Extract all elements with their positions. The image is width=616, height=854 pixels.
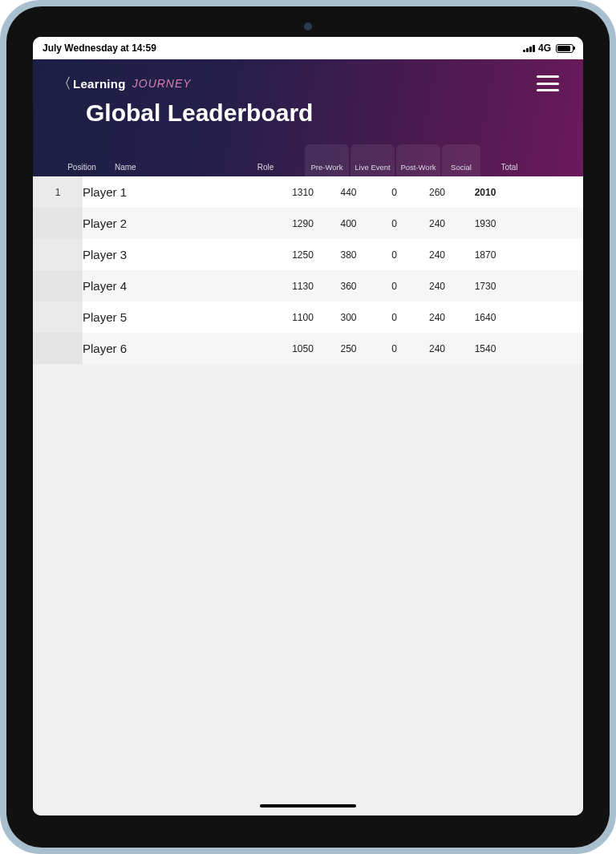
cell-position [33,239,83,270]
status-bar: July Wednesday at 14:59 4G [33,37,583,59]
cell-position [33,302,83,333]
menu-button[interactable] [537,75,559,91]
cell-position: 1 [33,176,83,208]
col-position[interactable]: Position [57,163,107,176]
status-right: 4G [523,42,573,54]
back-chevron-icon[interactable]: 〈 [57,74,71,93]
cell-liveevent: 250 [326,343,371,354]
cell-postwork: 0 [371,343,417,354]
ipad-bezel: July Wednesday at 14:59 4G 〈 Learnin [6,6,610,848]
network-label: 4G [538,42,551,54]
hamburger-icon [537,75,559,78]
cell-name: Player 6 [83,342,203,355]
cell-position [33,270,83,302]
brand-journey: JOURNEY [132,77,192,90]
cell-social: 240 [417,249,457,261]
ipad-frame: July Wednesday at 14:59 4G 〈 Learnin [0,0,616,854]
status-datetime: July Wednesday at 14:59 [43,42,156,54]
home-indicator[interactable] [260,804,356,807]
cell-name: Player 4 [83,279,203,293]
cell-postwork: 0 [371,281,417,292]
cell-total: 2010 [457,187,513,198]
brand[interactable]: 〈 Learning JOURNEY [57,74,192,93]
cell-prework: 1310 [280,187,326,198]
cell-liveevent: 400 [326,218,371,229]
cell-postwork: 0 [371,312,417,323]
cell-prework: 1250 [280,249,326,261]
cell-total: 1930 [457,218,513,229]
signal-icon [523,44,535,52]
cell-prework: 1290 [280,218,326,229]
table-row[interactable]: Player 6105025002401540 [33,333,583,364]
col-liveevent[interactable]: Live Event [351,144,395,176]
cell-liveevent: 360 [326,281,371,292]
table-header-row: Position Name Role Pre-Work Live Event P… [57,141,559,176]
battery-icon [556,44,573,53]
app-header: 〈 Learning JOURNEY Global Leaderboard Po… [33,59,583,176]
cell-social: 240 [417,312,457,323]
table-row[interactable]: Player 5110030002401640 [33,302,583,333]
cell-social: 240 [417,343,457,354]
cell-liveevent: 440 [326,187,371,198]
table-row[interactable]: Player 4113036002401730 [33,270,583,302]
table-row[interactable]: 1Player 1131044002602010 [33,176,583,208]
cell-social: 260 [417,187,457,198]
cell-name: Player 2 [83,217,203,230]
cell-name: Player 5 [83,310,203,324]
cell-social: 240 [417,281,457,292]
screen: July Wednesday at 14:59 4G 〈 Learnin [33,37,583,816]
page-title: Global Leaderboard [86,99,559,127]
table-row[interactable]: Player 2129040002401930 [33,208,583,239]
brand-learning: Learning [73,77,126,91]
cell-total: 1540 [457,343,513,354]
col-total[interactable]: Total [481,163,537,176]
col-social[interactable]: Social [442,144,480,176]
cell-liveevent: 300 [326,312,371,323]
cell-social: 240 [417,218,457,229]
cell-postwork: 0 [371,187,417,198]
cell-total: 1730 [457,281,513,292]
col-name[interactable]: Name [107,163,227,176]
cell-total: 1640 [457,312,513,323]
cell-total: 1870 [457,249,513,261]
col-postwork[interactable]: Post-Work [396,144,440,176]
col-prework[interactable]: Pre-Work [305,144,349,176]
cell-position [33,333,83,364]
table-row[interactable]: Player 3125038002401870 [33,239,583,270]
col-role[interactable]: Role [227,163,304,176]
camera-dot [304,22,312,30]
cell-name: Player 3 [83,248,203,261]
cell-name: Player 1 [83,185,203,199]
cell-prework: 1130 [280,281,326,292]
cell-prework: 1100 [280,312,326,323]
cell-postwork: 0 [371,218,417,229]
leaderboard-table[interactable]: 1Player 1131044002602010Player 212904000… [33,176,583,816]
cell-liveevent: 380 [326,249,371,261]
cell-postwork: 0 [371,249,417,261]
cell-prework: 1050 [280,343,326,354]
cell-position [33,208,83,239]
